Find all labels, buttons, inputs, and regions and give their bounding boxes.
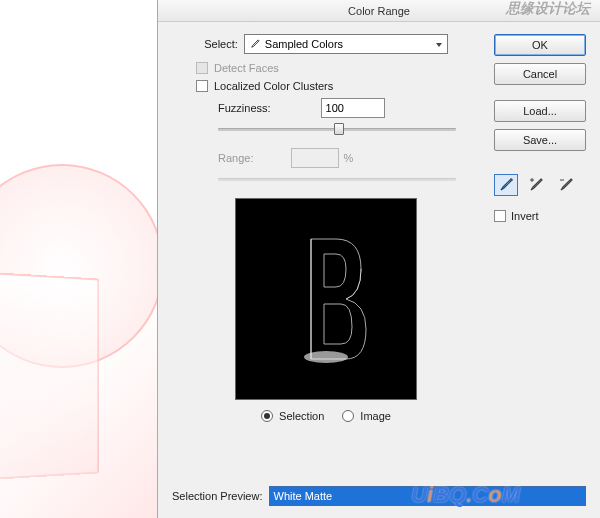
eyedropper-minus-tool[interactable]	[554, 174, 578, 196]
detect-faces-checkbox	[196, 62, 208, 74]
invert-checkbox[interactable]	[494, 210, 506, 222]
load-button[interactable]: Load...	[494, 100, 586, 122]
select-dropdown[interactable]: Sampled Colors	[244, 34, 448, 54]
svg-point-1	[510, 178, 513, 181]
select-value: Sampled Colors	[265, 38, 343, 50]
selection-radio[interactable]	[261, 410, 273, 422]
selection-preview-thumbnail	[235, 198, 417, 400]
eyedropper-tool[interactable]	[494, 174, 518, 196]
localized-clusters-checkbox[interactable]	[196, 80, 208, 92]
chevron-down-icon	[435, 39, 443, 51]
range-label: Range:	[218, 152, 253, 164]
localized-clusters-label: Localized Color Clusters	[214, 80, 333, 92]
selection-preview-dropdown[interactable]: White Matte	[269, 486, 587, 506]
dialog-titlebar: Color Range	[158, 0, 600, 22]
save-button[interactable]: Save...	[494, 129, 586, 151]
image-radio[interactable]	[342, 410, 354, 422]
eyedropper-icon	[249, 39, 260, 50]
range-input	[291, 148, 339, 168]
select-label: Select:	[204, 38, 238, 50]
eyedropper-plus-tool[interactable]	[524, 174, 548, 196]
ok-button[interactable]: OK	[494, 34, 586, 56]
color-range-dialog: Color Range Select: Sampled Colors Detec…	[157, 0, 600, 518]
detect-faces-label: Detect Faces	[214, 62, 279, 74]
cancel-button[interactable]: Cancel	[494, 63, 586, 85]
fuzziness-label: Fuzziness:	[218, 102, 271, 114]
range-slider	[218, 172, 456, 188]
fuzziness-input[interactable]	[321, 98, 385, 118]
selection-radio-label: Selection	[279, 410, 324, 422]
selection-preview-label: Selection Preview:	[172, 490, 263, 502]
dialog-title: Color Range	[348, 5, 410, 17]
invert-label: Invert	[511, 210, 539, 222]
range-unit: %	[343, 152, 353, 164]
image-radio-label: Image	[360, 410, 391, 422]
fuzziness-slider[interactable]	[218, 122, 456, 138]
